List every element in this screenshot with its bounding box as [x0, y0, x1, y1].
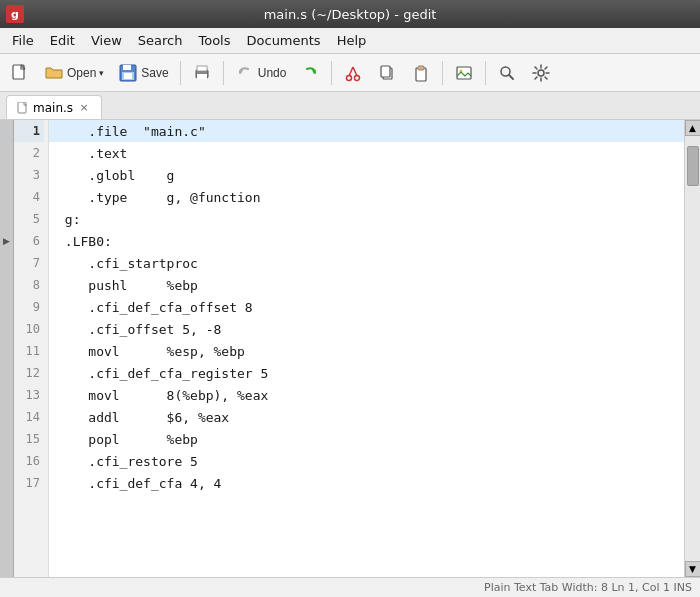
code-line-11[interactable]: movl %esp, %ebp	[49, 340, 684, 362]
status-info: Plain Text Tab Width: 8 Ln 1, Col 1 INS	[484, 581, 692, 594]
undo-label: Undo	[258, 66, 287, 80]
cut-icon	[343, 63, 363, 83]
tab-bar: main.s ×	[0, 92, 700, 120]
line-numbers: 1234567891011121314151617	[14, 120, 49, 577]
menu-item-search[interactable]: Search	[130, 30, 191, 51]
menu-item-view[interactable]: View	[83, 30, 130, 51]
svg-rect-15	[381, 66, 390, 77]
code-line-9[interactable]: .cfi_def_cfa_offset 8	[49, 296, 684, 318]
save-image-button[interactable]	[448, 60, 480, 86]
line-num-16: 16	[14, 450, 44, 472]
marker-9	[0, 296, 13, 318]
line-num-6: 6	[14, 230, 44, 252]
code-line-15[interactable]: popl %ebp	[49, 428, 684, 450]
app-icon: g	[6, 5, 24, 23]
marker-11	[0, 340, 13, 362]
new-icon	[10, 63, 30, 83]
menu-item-documents[interactable]: Documents	[239, 30, 329, 51]
code-line-14[interactable]: addl $6, %eax	[49, 406, 684, 428]
code-line-17[interactable]: .cfi_def_cfa 4, 4	[49, 472, 684, 494]
code-line-1[interactable]: .file "main.c"	[49, 120, 684, 142]
folder-icon	[44, 63, 64, 83]
code-line-13[interactable]: movl 8(%ebp), %eax	[49, 384, 684, 406]
code-line-8[interactable]: pushl %ebp	[49, 274, 684, 296]
cut-button[interactable]	[337, 60, 369, 86]
marker-14	[0, 406, 13, 428]
separator-1	[180, 61, 181, 85]
svg-line-21	[509, 75, 513, 79]
marker-15	[0, 428, 13, 450]
line-num-3: 3	[14, 164, 44, 186]
open-dropdown-icon[interactable]: ▾	[99, 68, 104, 78]
line-num-5: 5	[14, 208, 44, 230]
menu-item-tools[interactable]: Tools	[190, 30, 238, 51]
line-num-8: 8	[14, 274, 44, 296]
tab-name: main.s	[33, 101, 73, 115]
scroll-track[interactable]	[685, 136, 700, 561]
menu-item-edit[interactable]: Edit	[42, 30, 83, 51]
print-button[interactable]	[186, 60, 218, 86]
marker-16	[0, 450, 13, 472]
tab-close-button[interactable]: ×	[77, 101, 91, 115]
scrollbar[interactable]: ▲ ▼	[684, 120, 700, 577]
code-line-3[interactable]: .globl g	[49, 164, 684, 186]
code-line-12[interactable]: .cfi_def_cfa_register 5	[49, 362, 684, 384]
window-title: main.s (~/Desktop) - gedit	[264, 7, 437, 22]
marker-10	[0, 318, 13, 340]
line-num-9: 9	[14, 296, 44, 318]
paste-button[interactable]	[405, 60, 437, 86]
redo-button[interactable]	[294, 60, 326, 86]
svg-rect-18	[457, 67, 471, 79]
editor-area: ▶ 1234567891011121314151617 .file "main.…	[0, 120, 700, 577]
scroll-down-button[interactable]: ▼	[685, 561, 701, 577]
separator-2	[223, 61, 224, 85]
svg-rect-7	[197, 66, 207, 71]
marker-5	[0, 208, 13, 230]
title-bar: g main.s (~/Desktop) - gedit	[0, 0, 700, 28]
copy-button[interactable]	[371, 60, 403, 86]
file-tab[interactable]: main.s ×	[6, 95, 102, 119]
code-line-16[interactable]: .cfi_restore 5	[49, 450, 684, 472]
separator-5	[485, 61, 486, 85]
svg-line-12	[349, 67, 353, 76]
separator-4	[442, 61, 443, 85]
code-line-6[interactable]: .LFB0:	[49, 230, 684, 252]
search-icon	[497, 63, 517, 83]
marker-12	[0, 362, 13, 384]
code-line-2[interactable]: .text	[49, 142, 684, 164]
redo-icon	[300, 63, 320, 83]
save-icon	[118, 63, 138, 83]
open-label: Open	[67, 66, 96, 80]
code-area[interactable]: .file "main.c" .text .globl g .type g, @…	[49, 120, 684, 577]
svg-point-11	[355, 75, 360, 80]
marker-8	[0, 274, 13, 296]
open-button[interactable]: Open ▾	[38, 60, 110, 86]
menu-item-file[interactable]: File	[4, 30, 42, 51]
left-markers: ▶	[0, 120, 14, 577]
line-num-10: 10	[14, 318, 44, 340]
scroll-up-button[interactable]: ▲	[685, 120, 701, 136]
line-num-13: 13	[14, 384, 44, 406]
marker-17	[0, 472, 13, 494]
scroll-thumb[interactable]	[687, 146, 699, 186]
code-line-7[interactable]: .cfi_startproc	[49, 252, 684, 274]
marker-2	[0, 142, 13, 164]
menu-item-help[interactable]: Help	[329, 30, 375, 51]
separator-3	[331, 61, 332, 85]
save-button[interactable]: Save	[112, 60, 174, 86]
code-line-10[interactable]: .cfi_offset 5, -8	[49, 318, 684, 340]
svg-rect-2	[123, 65, 131, 70]
print-icon	[192, 63, 212, 83]
new-button[interactable]	[4, 60, 36, 86]
line-num-11: 11	[14, 340, 44, 362]
svg-point-10	[347, 75, 352, 80]
svg-rect-6	[197, 74, 207, 79]
save-label: Save	[141, 66, 168, 80]
undo-button[interactable]: Undo	[229, 60, 293, 86]
code-line-5[interactable]: g:	[49, 208, 684, 230]
line-num-14: 14	[14, 406, 44, 428]
code-line-4[interactable]: .type g, @function	[49, 186, 684, 208]
find-button[interactable]	[491, 60, 523, 86]
svg-rect-23	[18, 102, 26, 113]
settings-button[interactable]	[525, 60, 557, 86]
